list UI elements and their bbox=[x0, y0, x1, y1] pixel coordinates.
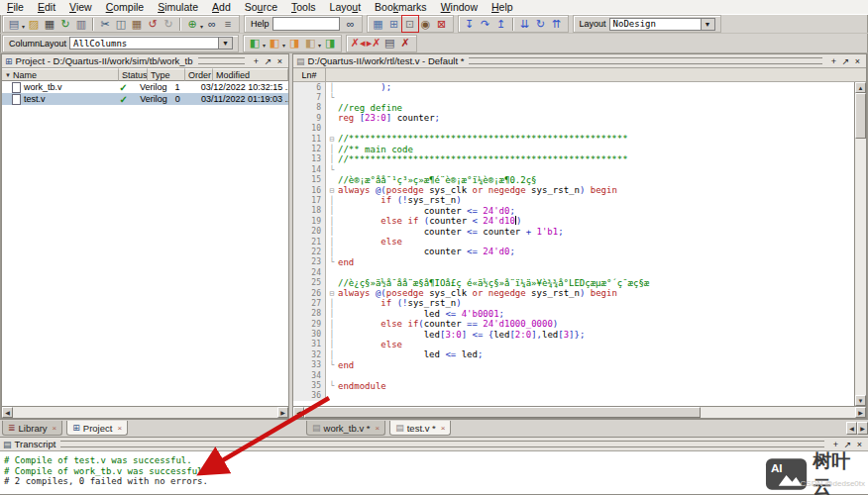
continue-icon[interactable]: ↷ bbox=[478, 16, 493, 32]
tab-library[interactable]: ≣Library× bbox=[2, 421, 62, 436]
undock-icon[interactable]: ↗ bbox=[263, 55, 273, 66]
bookmark-list-icon[interactable]: ≡ bbox=[220, 16, 236, 32]
code-line[interactable]: 8//reg define bbox=[293, 103, 854, 113]
fold-marker-icon[interactable]: ⊟ bbox=[326, 288, 338, 298]
code-line[interactable]: 35└endmodule bbox=[293, 380, 854, 390]
refresh-icon[interactable]: ↻ bbox=[57, 16, 73, 32]
editor-panel-header[interactable]: ▤ D:/Quartus-II/work/rtl/test.v - Defaul… bbox=[293, 54, 866, 68]
panel-grip[interactable] bbox=[60, 441, 824, 447]
code-line[interactable]: 6│ ); bbox=[293, 82, 854, 92]
code-line[interactable]: 25//è¿ç§»ä½å¯å­å¨æ§å¶IOå£ç é«ä½ç§»å¨ï¼ä»… bbox=[293, 277, 854, 287]
cut-icon[interactable]: ✂ bbox=[97, 16, 113, 32]
expand-icon[interactable]: + bbox=[251, 55, 262, 66]
restart-icon[interactable]: ↧ bbox=[462, 16, 478, 32]
scroll-thumb[interactable] bbox=[855, 93, 866, 139]
panel-grip[interactable] bbox=[469, 57, 822, 64]
code-line[interactable]: 19│ else if (counter < 24'd10) bbox=[293, 216, 854, 226]
menu-item-source[interactable]: Source bbox=[238, 1, 284, 13]
code-line[interactable]: 12│//** main code bbox=[293, 144, 854, 153]
chevron-down-icon[interactable]: ▾ bbox=[318, 42, 321, 49]
copy-icon[interactable]: ◫ bbox=[113, 16, 129, 32]
code-area[interactable]: 6│ );7└8//reg define9reg [23:0] counter;… bbox=[293, 82, 854, 406]
chevron-down-icon[interactable]: ▼ bbox=[218, 37, 233, 50]
code-line[interactable]: 13│//***********************************… bbox=[293, 154, 854, 164]
step-over-icon[interactable]: ↻ bbox=[533, 16, 549, 32]
compile-run-icon[interactable]: ◨ bbox=[322, 36, 338, 51]
run-icon[interactable]: ↥ bbox=[493, 16, 509, 32]
break-icon[interactable]: ⊠ bbox=[434, 16, 450, 32]
code-line[interactable]: 9reg [23:0] counter; bbox=[293, 113, 854, 123]
columnlayout-combo[interactable]: AllColumns ▼ bbox=[69, 37, 233, 50]
open-icon[interactable]: ▨ bbox=[26, 16, 42, 32]
fold-marker-icon[interactable]: ⊟ bbox=[326, 185, 338, 195]
menu-item-tools[interactable]: Tools bbox=[284, 1, 323, 13]
find-icon[interactable]: ∞ bbox=[204, 16, 220, 32]
compile-all-icon[interactable]: ⊞ bbox=[386, 16, 402, 32]
chevron-down-icon[interactable]: ▾ bbox=[263, 42, 266, 49]
scroll-up-icon[interactable]: ▲ bbox=[855, 82, 866, 93]
compile-options-icon[interactable]: ◧ bbox=[302, 36, 318, 51]
redo-icon[interactable]: ↻ bbox=[161, 16, 176, 32]
new-document-icon[interactable]: ▤ bbox=[6, 16, 22, 32]
code-line[interactable]: 28│ led <= 4'b0001; bbox=[293, 309, 854, 319]
tab-close-icon[interactable]: × bbox=[441, 424, 446, 433]
code-line[interactable]: 33└end bbox=[293, 360, 854, 370]
code-line[interactable]: 23└end bbox=[293, 257, 854, 267]
column-header-modified[interactable]: Modified bbox=[213, 68, 288, 81]
remove-left-icon[interactable]: ✗◂ bbox=[350, 36, 366, 51]
panel-grip[interactable] bbox=[198, 57, 245, 64]
tab-project[interactable]: ⊞Project× bbox=[66, 421, 128, 436]
menu-item-layout[interactable]: Layout bbox=[323, 1, 369, 13]
save-icon[interactable]: ▦ bbox=[42, 16, 57, 32]
scroll-thumb[interactable] bbox=[304, 407, 701, 418]
view-log-icon[interactable]: ▤ bbox=[381, 36, 397, 51]
chevron-down-icon[interactable]: ▾ bbox=[22, 23, 25, 30]
code-line[interactable]: 27│ if (!sys_rst_n) bbox=[293, 298, 854, 308]
project-panel-header[interactable]: ⊞ Project - D:/Quartus-II/work/sim/tb/wo… bbox=[2, 54, 288, 68]
column-header-type[interactable]: Type bbox=[148, 68, 185, 81]
scroll-down-icon[interactable]: ▼ bbox=[855, 395, 866, 406]
menu-item-bookmarks[interactable]: Bookmarks bbox=[368, 1, 434, 13]
code-line[interactable]: 31│ else bbox=[293, 340, 854, 349]
code-line[interactable]: 15//è®¡æ°å­å¯¹ç³»ç»æ¶é¨è®¡æ°ï¼è®¡æ¶0.2ç§ bbox=[293, 175, 854, 185]
layout-combo[interactable]: NoDesign ▼ bbox=[609, 18, 715, 31]
step-out-icon[interactable]: ⇈ bbox=[549, 16, 565, 32]
code-line[interactable]: 22│ counter <= 24'd0; bbox=[293, 247, 854, 256]
tab-scroll-left-icon[interactable]: ◀ bbox=[846, 422, 857, 435]
scroll-left-icon[interactable]: ◀ bbox=[2, 407, 13, 418]
expand-icon[interactable]: + bbox=[828, 55, 839, 66]
code-line[interactable]: 7└ bbox=[293, 92, 854, 102]
code-line[interactable]: 30│ led[3:0] <= {led[2:0],led[3]}; bbox=[293, 329, 854, 339]
code-line[interactable]: 29│ else if(counter == 24'd1000_0000) bbox=[293, 319, 854, 329]
editor-hscrollbar[interactable]: ◀ ▶ bbox=[293, 406, 866, 418]
tab-test[interactable]: ▤test.v *× bbox=[389, 421, 451, 436]
code-line[interactable]: 26⊟always @(posedge sys_clk or negedge s… bbox=[293, 288, 854, 298]
transcript-panel-header[interactable]: ▤ Transcript + ↗ × bbox=[0, 438, 868, 451]
code-line[interactable]: 11⊟//***********************************… bbox=[293, 134, 854, 144]
code-line[interactable]: 17│ if (!sys_rst_n) bbox=[293, 195, 854, 205]
compile-report-icon[interactable]: ◧ bbox=[267, 36, 282, 51]
code-line[interactable]: 24 bbox=[293, 267, 854, 277]
menu-item-edit[interactable]: Edit bbox=[31, 1, 62, 13]
compile-icon[interactable]: ▦ bbox=[371, 16, 386, 32]
transcript-log[interactable]: # Compile of test.v was successful.# Com… bbox=[0, 451, 868, 494]
undock-icon[interactable]: ↗ bbox=[840, 55, 851, 66]
tab-work-tb[interactable]: ▤work_tb.v *× bbox=[306, 421, 385, 436]
code-line[interactable]: 21│ else bbox=[293, 237, 854, 247]
code-line[interactable]: 36 bbox=[293, 391, 854, 401]
table-row[interactable]: work_tb.v✓Verilog103/12/2022 10:32:15 ..… bbox=[2, 81, 288, 93]
code-line[interactable]: 16⊟always @(posedge sys_clk or negedge s… bbox=[293, 185, 854, 195]
scroll-left-icon[interactable]: ◀ bbox=[293, 407, 304, 418]
menu-item-file[interactable]: File bbox=[0, 1, 31, 13]
help-search-input[interactable] bbox=[272, 17, 340, 31]
close-icon[interactable]: × bbox=[274, 55, 285, 66]
code-line[interactable]: 20│ counter <= counter + 1'b1; bbox=[293, 226, 854, 236]
table-row[interactable]: test.v✓Verilog003/11/2022 01:19:03 ... bbox=[2, 93, 288, 105]
menu-item-window[interactable]: Window bbox=[434, 1, 485, 13]
fold-marker-icon[interactable]: ⊟ bbox=[326, 134, 338, 144]
remove-right-icon[interactable]: ▸✗ bbox=[366, 36, 381, 51]
menu-item-view[interactable]: View bbox=[62, 1, 99, 13]
paste-icon[interactable]: ▦ bbox=[129, 16, 145, 32]
tab-close-icon[interactable]: × bbox=[117, 424, 122, 433]
menu-item-add[interactable]: Add bbox=[205, 1, 238, 13]
